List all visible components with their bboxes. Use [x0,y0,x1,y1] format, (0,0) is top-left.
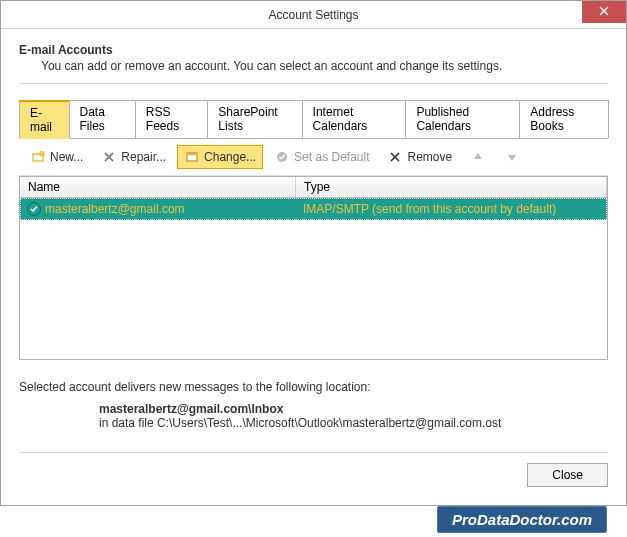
cell-type: IMAP/SMTP (send from this account by def… [297,201,606,217]
tab-email[interactable]: E-mail [19,100,70,139]
cell-name: masteralbertz@gmail.com [21,201,297,217]
header-title: E-mail Accounts [19,43,608,57]
table-header: Name Type [20,177,607,198]
remove-button[interactable]: Remove [380,145,459,169]
new-label: New... [50,150,83,164]
window-close-button[interactable] [582,1,626,23]
close-button[interactable]: Close [527,463,608,487]
arrow-up-icon [470,149,486,165]
tab-published-calendars[interactable]: Published Calendars [405,100,520,138]
delivery-location: masteralbertz@gmail.com\Inbox in data fi… [99,402,608,430]
close-icon [599,5,609,19]
tab-internet-calendars[interactable]: Internet Calendars [302,100,407,138]
header-description: You can add or remove an account. You ca… [41,59,608,73]
tab-rss-feeds[interactable]: RSS Feeds [135,100,208,138]
change-button[interactable]: Change... [177,145,263,169]
change-icon [184,149,200,165]
divider [19,83,608,84]
svg-point-1 [39,151,45,157]
delivery-location-bold: masteralbertz@gmail.com\Inbox [99,402,608,416]
change-label: Change... [204,150,256,164]
tab-data-files[interactable]: Data Files [69,100,136,138]
new-icon [30,149,46,165]
tab-address-books[interactable]: Address Books [519,100,609,138]
delivery-intro: Selected account delivers new messages t… [19,380,608,394]
table-row[interactable]: masteralbertz@gmail.com IMAP/SMTP (send … [20,198,607,220]
check-circle-icon [274,149,290,165]
remove-label: Remove [407,150,452,164]
window-title: Account Settings [1,8,626,22]
accounts-table: Name Type masteralbertz@gmail.com IMAP/S… [19,176,608,360]
set-default-label: Set as Default [294,150,369,164]
arrow-down-icon [504,149,520,165]
repair-label: Repair... [121,150,166,164]
svg-point-2 [107,155,111,159]
svg-rect-4 [187,153,197,155]
column-type[interactable]: Type [296,177,607,197]
remove-icon [387,149,403,165]
set-default-button: Set as Default [267,145,376,169]
tab-bar: E-mail Data Files RSS Feeds SharePoint L… [19,100,608,139]
toolbar: New... Repair... Change... Set as Defaul… [19,139,608,176]
new-button[interactable]: New... [23,145,90,169]
account-name: masteralbertz@gmail.com [45,202,185,216]
titlebar: Account Settings [1,1,626,29]
repair-icon [101,149,117,165]
account-settings-window: Account Settings E-mail Accounts You can… [0,0,627,506]
repair-button[interactable]: Repair... [94,145,173,169]
window-content: E-mail Accounts You can add or remove an… [1,29,626,505]
delivery-section: Selected account delivers new messages t… [19,380,608,430]
move-up-button [463,145,493,169]
button-row: Close [19,452,608,487]
header-section: E-mail Accounts You can add or remove an… [19,43,608,84]
column-name[interactable]: Name [20,177,296,197]
tab-sharepoint-lists[interactable]: SharePoint Lists [207,100,302,138]
watermark: ProDataDoctor.com [437,506,607,533]
move-down-button [497,145,527,169]
default-check-icon [27,202,41,216]
delivery-location-path: in data file C:\Users\Test\...\Microsoft… [99,416,608,430]
